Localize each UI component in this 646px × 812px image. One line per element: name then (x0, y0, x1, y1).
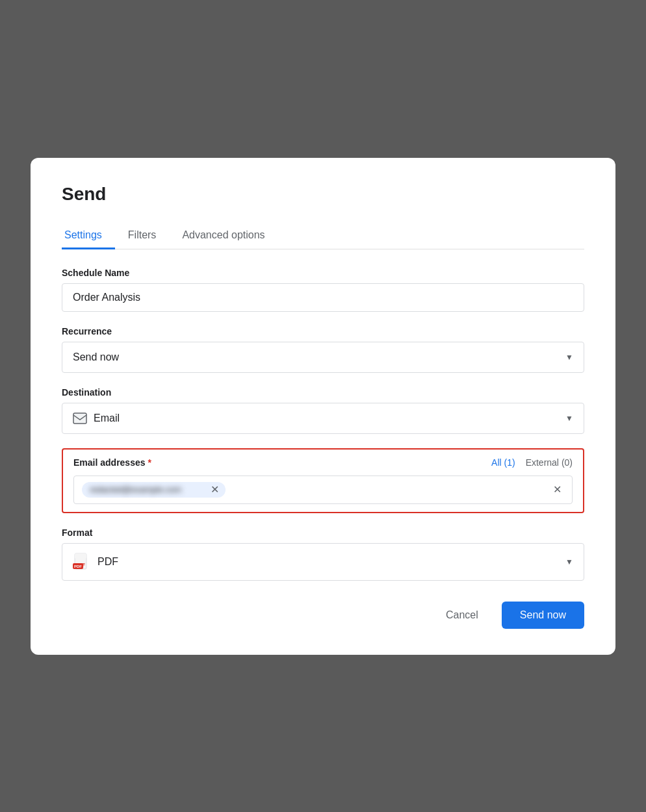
chip-email-text: redacted@example.com (90, 485, 207, 494)
svg-rect-2 (75, 553, 86, 559)
destination-label: Destination (62, 387, 584, 398)
chevron-down-icon-destination: ▼ (565, 414, 573, 423)
email-addresses-header: Email addresses * All (1) External (0) (73, 457, 573, 468)
send-dialog: Send Settings Filters Advanced options S… (31, 158, 615, 655)
format-select-wrapper: PDF PDF PDF ▼ (62, 543, 584, 581)
schedule-name-label: Schedule Name (62, 268, 584, 278)
chip-close-icon[interactable]: ✕ (211, 485, 219, 495)
tab-bar: Settings Filters Advanced options (62, 223, 584, 249)
empty-chip-area: ✕ (231, 483, 564, 496)
schedule-name-input[interactable] (62, 283, 584, 312)
email-count-group: All (1) External (0) (491, 457, 573, 468)
cancel-button[interactable]: Cancel (433, 603, 491, 628)
email-addresses-section: Email addresses * All (1) External (0) r… (62, 448, 584, 513)
send-now-button[interactable]: Send now (502, 602, 584, 629)
destination-select[interactable]: Email ▼ (62, 403, 584, 434)
email-addresses-label: Email addresses * (73, 457, 151, 468)
svg-rect-0 (73, 413, 86, 424)
tab-filters[interactable]: Filters (115, 223, 170, 249)
chevron-down-icon: ▼ (565, 353, 573, 362)
tab-settings[interactable]: Settings (62, 223, 115, 249)
required-star: * (148, 457, 151, 468)
all-count[interactable]: All (1) (491, 457, 515, 468)
recurrence-section: Recurrence Send now ▼ (62, 326, 584, 373)
dialog-footer: Cancel Send now (62, 602, 584, 629)
recurrence-label: Recurrence (62, 326, 584, 336)
format-section: Format PDF PDF PDF ▼ (62, 527, 584, 581)
recurrence-value: Send now (73, 351, 119, 363)
schedule-name-section: Schedule Name (62, 268, 584, 312)
tab-advanced-options[interactable]: Advanced options (169, 223, 278, 249)
format-value: PDF (97, 556, 118, 568)
pdf-icon: PDF PDF (73, 553, 91, 571)
external-count: External (0) (526, 457, 573, 468)
empty-close-icon[interactable]: ✕ (553, 483, 562, 496)
recurrence-select-wrapper: Send now ▼ (62, 342, 584, 373)
email-chip: redacted@example.com ✕ (82, 482, 226, 498)
format-label: Format (62, 527, 584, 538)
chevron-down-icon-format: ▼ (565, 557, 573, 566)
email-chips-area[interactable]: redacted@example.com ✕ ✕ (73, 476, 573, 504)
dialog-title: Send (62, 184, 584, 205)
destination-value: Email (94, 412, 120, 424)
recurrence-select[interactable]: Send now ▼ (62, 342, 584, 373)
format-select[interactable]: PDF PDF PDF ▼ (62, 543, 584, 581)
email-icon (73, 412, 87, 424)
svg-text:PDF: PDF (74, 565, 82, 568)
destination-section: Destination Email ▼ (62, 387, 584, 434)
destination-select-wrapper: Email ▼ (62, 403, 584, 434)
